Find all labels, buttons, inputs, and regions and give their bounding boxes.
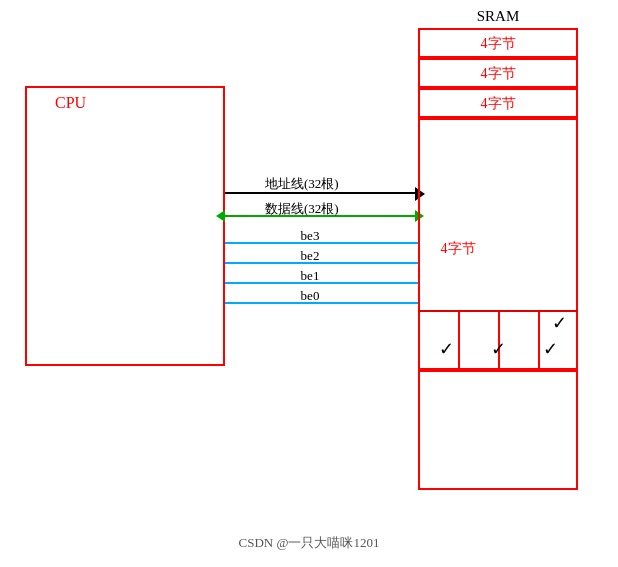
check-be3: ✓ xyxy=(542,312,576,334)
cpu-label: CPU xyxy=(55,94,86,112)
be1-label: be1 xyxy=(280,268,340,284)
address-line-label: 地址线(32根) xyxy=(265,175,339,193)
be2-label: be2 xyxy=(280,248,340,264)
data-arrow-left-icon xyxy=(216,210,225,222)
cpu-box xyxy=(25,86,225,366)
be0-label: be0 xyxy=(280,288,340,304)
check-1: ✓ xyxy=(439,338,454,360)
sram-row-3: 4字节 xyxy=(418,88,578,118)
sram-row-2: 4字节 xyxy=(418,58,578,88)
diagram: SRAM 4字节 4字节 4字节 CPU 地址线(32根) 数据线(32根) b… xyxy=(0,0,618,567)
check-3: ✓ xyxy=(543,338,558,360)
sram-4byte-mid-label: 4字节 xyxy=(418,240,498,258)
sram-row-1: 4字节 xyxy=(418,28,578,58)
data-line-label: 数据线(32根) xyxy=(265,200,339,218)
be3-label: be3 xyxy=(280,228,340,244)
watermark: CSDN @一只大喵咪1201 xyxy=(0,534,618,552)
check-2: ✓ xyxy=(491,338,506,360)
check-be0-row: ✓ ✓ ✓ xyxy=(420,338,576,360)
sram-bottom-box xyxy=(418,370,578,490)
sram-label: SRAM xyxy=(418,8,578,25)
